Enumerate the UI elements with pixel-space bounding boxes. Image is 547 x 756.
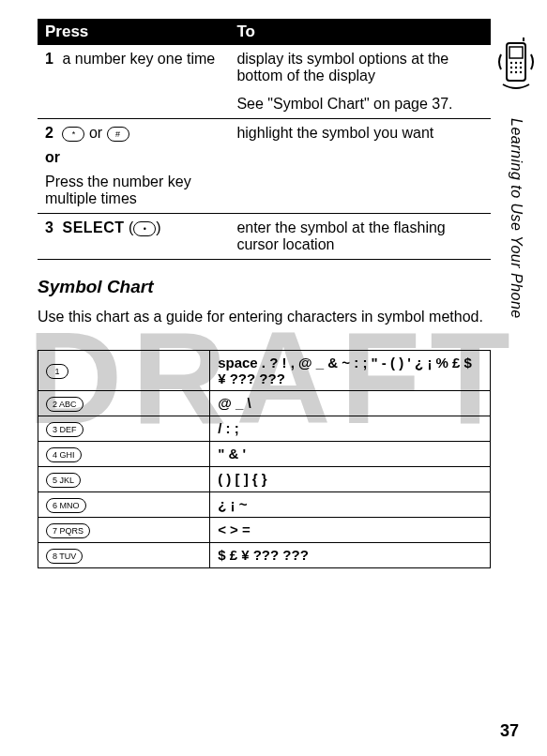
table-row: 6 MNO¿ ¡ ~ <box>38 491 491 517</box>
to-text: enter the symbol at the flashing cursor … <box>229 214 491 260</box>
table-row: 3 DEF/ : ; <box>38 416 491 441</box>
symbol-key-cell: 3 DEF <box>38 416 210 441</box>
header-to: To <box>229 19 491 45</box>
table-row: 8 TUV$ £ ¥ ??? ??? <box>38 542 491 567</box>
press-text: a number key one time <box>62 51 215 67</box>
table-row: 2 ABC@ _ \ <box>38 390 491 416</box>
symbol-chart-table: 1space . ? ! , @ _ & ~ : ; " - ( ) ' ¿ ¡… <box>38 350 491 568</box>
symbol-key-cell: 8 TUV <box>38 542 210 567</box>
table-row: 7 PQRS< > = <box>38 517 491 542</box>
to-text: display its symbol options at the bottom… <box>229 45 491 90</box>
symbol-value-cell: ¿ ¡ ~ <box>210 491 491 517</box>
header-press: Press <box>38 19 229 45</box>
hash-key-icon: # <box>107 127 129 142</box>
paren-close: ) <box>156 219 160 235</box>
symbol-value-cell: $ £ ¥ ??? ??? <box>210 542 491 567</box>
step-number: 3 <box>45 219 58 236</box>
page-number: 37 <box>500 721 519 741</box>
press-alt-text: Press the number key multiple times <box>45 174 221 207</box>
select-key-icon: • <box>133 221 156 236</box>
number-key-icon: 7 PQRS <box>46 523 90 538</box>
number-key-icon: 8 TUV <box>46 549 83 564</box>
number-key-icon: 4 GHI <box>46 447 82 462</box>
symbol-key-cell: 2 ABC <box>38 390 210 416</box>
to-text: highlight the symbol you want <box>229 119 491 214</box>
table-row: 4 GHI" & ' <box>38 441 491 466</box>
number-key-icon: 5 JKL <box>46 473 81 488</box>
step-number: 1 <box>45 51 58 68</box>
symbol-key-cell: 5 JKL <box>38 466 210 491</box>
star-key-icon: * <box>62 127 84 142</box>
key-join-text: or <box>89 125 107 141</box>
table-row: 2 * or # or Press the number key multipl… <box>38 119 491 214</box>
number-key-icon: 6 MNO <box>46 498 86 513</box>
symbol-key-cell: 4 GHI <box>38 441 210 466</box>
to-text-extra: See "Symbol Chart" on page 37. <box>229 90 491 119</box>
section-description: Use this chart as a guide for entering c… <box>38 307 491 327</box>
table-row: 3 SELECT (•) enter the symbol at the fla… <box>38 214 491 260</box>
table-row: 5 JKL( ) [ ] { } <box>38 466 491 491</box>
page-content: Press To 1 a number key one time display… <box>0 0 547 587</box>
table-row: See "Symbol Chart" on page 37. <box>38 90 491 119</box>
symbol-value-cell: @ _ \ <box>210 390 491 416</box>
table-row: 1 a number key one time display its symb… <box>38 45 491 90</box>
symbol-value-cell: / : ; <box>210 416 491 441</box>
symbol-key-cell: 6 MNO <box>38 491 210 517</box>
table-row: 1space . ? ! , @ _ & ~ : ; " - ( ) ' ¿ ¡… <box>38 350 491 390</box>
symbol-value-cell: space . ? ! , @ _ & ~ : ; " - ( ) ' ¿ ¡ … <box>210 350 491 390</box>
symbol-value-cell: " & ' <box>210 441 491 466</box>
number-key-icon: 3 DEF <box>46 422 84 437</box>
symbol-key-cell: 1 <box>38 350 210 390</box>
select-label: SELECT <box>62 219 124 235</box>
symbol-key-cell: 7 PQRS <box>38 517 210 542</box>
number-key-icon: 1 <box>46 364 68 379</box>
symbol-value-cell: < > = <box>210 517 491 542</box>
symbol-value-cell: ( ) [ ] { } <box>210 466 491 491</box>
section-title: Symbol Chart <box>38 277 491 297</box>
press-to-table: Press To 1 a number key one time display… <box>38 19 491 260</box>
or-text: or <box>45 149 221 166</box>
number-key-icon: 2 ABC <box>46 397 84 412</box>
step-number: 2 <box>45 125 58 142</box>
